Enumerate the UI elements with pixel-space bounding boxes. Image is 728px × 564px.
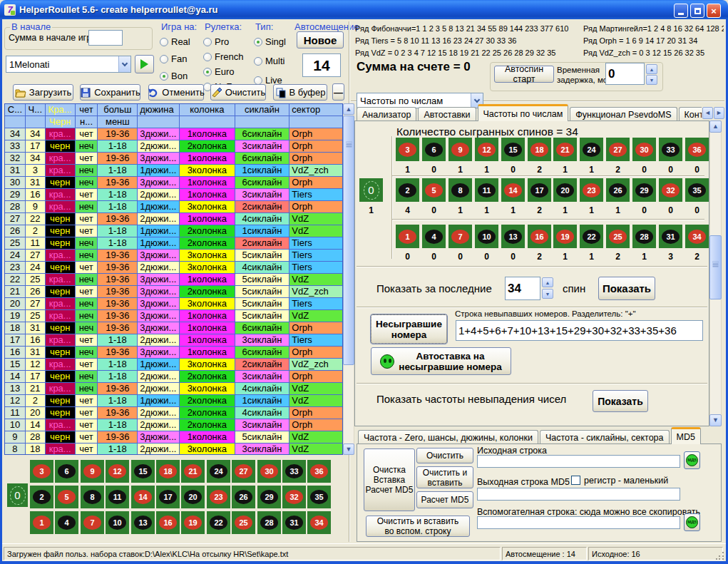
board-cell[interactable]: 35 (307, 486, 331, 508)
autobet-missed-button[interactable]: Автоставка нанесыгравшие номера (371, 347, 511, 375)
table-row[interactable]: 2027кра...неч19-363дюжи...3колонка5сикла… (5, 298, 342, 310)
save-button[interactable]: Сохранить (80, 84, 140, 101)
table-row[interactable]: 1831черннеч19-363дюжи...1колонка6сиклайн… (5, 322, 342, 334)
show-last-spin-up[interactable]: ▲ (542, 277, 553, 287)
table-row[interactable]: 928чернчет19-363дюжи...1колонка5сиклайнV… (5, 431, 342, 443)
undo-button[interactable]: Отменить (148, 84, 204, 101)
table-row[interactable]: 1014кра...чет1-182дюжи...2колонка3сиклай… (5, 419, 342, 431)
md5-clear-button[interactable]: Очистить (416, 448, 473, 463)
board-cell[interactable]: 21 (181, 460, 205, 483)
radio-option-euro[interactable]: Euro (203, 66, 252, 77)
radio-option-pro[interactable]: Pro (203, 36, 252, 47)
md5-clear-paste-button[interactable]: Очистить и вставить (416, 466, 473, 488)
board-cell[interactable]: 19 (181, 511, 205, 534)
maximize-button[interactable] (690, 4, 704, 18)
board-cell[interactable]: 11 (106, 486, 129, 508)
show-last-spin-down[interactable]: ▼ (542, 289, 553, 299)
radio-option-multi[interactable]: Multi (254, 56, 292, 66)
resize-grip[interactable] (716, 551, 724, 560)
board-cell[interactable]: 27 (232, 460, 255, 483)
delay-spin-up[interactable]: ▲ (646, 64, 657, 74)
table-row[interactable]: 1716кра...чет1-182дюжи...1колонка3сиклай… (5, 334, 342, 347)
board-cell[interactable]: 24 (207, 460, 230, 483)
md5-run-icon-button[interactable]: МД5 (684, 451, 700, 469)
md5-calc-button[interactable]: Расчет MD5 (416, 491, 473, 508)
table-row[interactable]: 818кра...чет1-182дюжи...3колонка3сиклайн… (5, 443, 342, 455)
board-cell[interactable]: 16 (156, 511, 180, 534)
board-cell[interactable]: 6 (55, 460, 78, 483)
board-cell[interactable]: 12 (106, 460, 129, 483)
board-cell[interactable]: 36 (307, 460, 331, 483)
table-row[interactable]: 2722чернчет19-362дюжи...1колонка4сиклайн… (5, 213, 342, 225)
table-row[interactable]: 313кра...неч1-181дюжи...3колонка1сиклайн… (5, 165, 342, 177)
board-cell[interactable]: 26 (232, 486, 255, 508)
autoshift-new-button[interactable]: Новое (297, 31, 344, 48)
table-row[interactable]: 3031черннеч19-363дюжи...1колонка6сиклайн… (5, 177, 342, 189)
source-string-input[interactable] (477, 455, 680, 468)
play-button[interactable] (135, 55, 154, 73)
board-cell[interactable]: 9 (81, 460, 104, 483)
board-cell[interactable]: 4 (55, 511, 78, 534)
table-row[interactable]: 2427кра...неч19-363дюжи...3колонка5сикла… (5, 250, 342, 262)
freq-missing-show-button[interactable]: Показать (593, 390, 648, 412)
output-string-input[interactable] (477, 488, 680, 501)
panel-scroll-down[interactable]: ▼ (709, 414, 722, 426)
collapse-button[interactable]: — (332, 83, 344, 101)
table-row[interactable]: 1925кра...неч19-363дюжи...1колонка5сикла… (5, 310, 342, 322)
radio-option-real[interactable]: Real (160, 36, 201, 47)
radio-option-singl[interactable]: Singl (254, 36, 292, 47)
board-cell[interactable]: 29 (257, 486, 281, 508)
radio-option-french[interactable]: French (203, 51, 252, 62)
tab-контроль-банкро[interactable]: Контроль банкро (679, 107, 702, 121)
table-row[interactable]: 2511черннеч1-181дюжи...2колонка2сиклайнT… (5, 237, 342, 250)
autospin-start-button[interactable]: Автоспин старт (494, 66, 554, 83)
board-cell[interactable]: 30 (257, 460, 281, 483)
table-row[interactable]: 122чернчет1-181дюжи...2колонка1сиклайнVd… (5, 395, 342, 407)
delay-input[interactable]: 0 (605, 63, 645, 85)
board-cell[interactable]: 17 (156, 486, 180, 508)
board-cell[interactable]: 34 (307, 511, 331, 534)
table-scroll-up[interactable]: ▲ (343, 103, 354, 115)
show-button[interactable]: Показать (598, 277, 655, 300)
md5-clear-paste-aux-button[interactable]: Очистить и вставитьво вспом. строку (366, 516, 470, 537)
tab-частоты-по-числам[interactable]: Частоты по числам (478, 104, 569, 121)
panel-scroll-up[interactable]: ▲ (709, 121, 722, 133)
table-scroll-down[interactable]: ▼ (343, 443, 354, 455)
table-row[interactable]: 1120чернчет19-362дюжи...2колонка4сиклайн… (5, 407, 342, 419)
table-row[interactable]: 2324чернчет19-362дюжи...3колонка4сиклайн… (5, 262, 342, 274)
table-row[interactable]: 1321кра...неч19-362дюжи...3колонка4сикла… (5, 383, 342, 395)
board-cell[interactable]: 20 (181, 486, 205, 508)
board-cell[interactable]: 31 (282, 511, 306, 534)
board-cell[interactable]: 8 (81, 486, 104, 508)
preset-combobox[interactable]: 1Melonati (6, 56, 131, 73)
panel-scroll-thumb[interactable] (709, 235, 722, 299)
table-row[interactable]: 3234кра...чет19-363дюжи...1колонка6сикла… (5, 153, 342, 165)
table-row[interactable]: 3434кра...чет19-363дюжи...1колонка6сикла… (5, 128, 342, 140)
board-cell[interactable]: 7 (81, 511, 104, 534)
minimize-button[interactable] (674, 4, 688, 18)
board-zero-cell[interactable]: 0 (7, 483, 28, 507)
board-cell[interactable]: 14 (131, 486, 155, 508)
register-checkbox[interactable] (571, 476, 580, 485)
board-cell[interactable]: 3 (30, 460, 53, 483)
board-cell[interactable]: 32 (282, 486, 306, 508)
copy-to-buffer-button[interactable]: В буфер (273, 84, 327, 101)
table-row[interactable]: 1631черннеч19-363дюжи...1колонка6сиклайн… (5, 347, 342, 359)
tab-scroll-right[interactable]: ► (714, 107, 724, 119)
table-row[interactable]: 289кра...неч1-181дюжи...3колонка2сиклайн… (5, 201, 342, 213)
tab-scroll-left[interactable]: ◄ (702, 107, 713, 119)
board-cell[interactable]: 18 (156, 460, 180, 483)
radio-option-bon[interactable]: Bon (160, 71, 201, 81)
tab-md5[interactable]: MD5 (671, 427, 701, 444)
board-cell[interactable]: 2 (30, 486, 53, 508)
board-cell[interactable]: 10 (106, 511, 129, 534)
aux-string-input[interactable] (477, 516, 680, 529)
table-row[interactable]: 2225кра...неч19-363дюжи...1колонка5сикла… (5, 274, 342, 286)
table-row[interactable]: 2126чернчет19-363дюжи...2колонка5сиклайн… (5, 286, 342, 298)
delay-spin-down[interactable]: ▼ (646, 75, 657, 85)
radio-option-fan[interactable]: Fan (160, 53, 201, 64)
board-cell[interactable]: 28 (257, 511, 281, 534)
tab-частота-сиклайны-сектора[interactable]: Частота - сиклайны, сектора (540, 430, 670, 444)
chevron-down-icon[interactable] (118, 56, 130, 72)
missed-numbers-button[interactable]: Несыгравшиеномера (371, 314, 447, 344)
